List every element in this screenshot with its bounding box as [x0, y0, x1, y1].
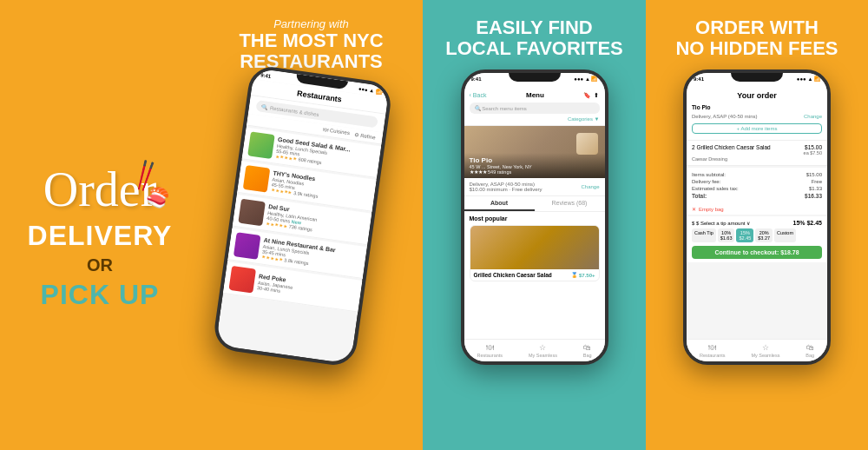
tab-about[interactable]: About — [464, 196, 535, 211]
tax-row: Estimated sales tax: $1.33 — [692, 185, 822, 192]
food-card-caesar-salad[interactable]: Grilled Chicken Caesar Salad 🏅 $7.50+ — [470, 225, 600, 281]
nav-favorites-label: My Seamless — [751, 353, 779, 358]
nav-my-seamless[interactable]: ☆ My Seamless — [529, 343, 557, 358]
food-card-image — [470, 226, 599, 269]
tip-20-button[interactable]: 20% $3.27 — [755, 228, 773, 242]
nav-restaurants-label: Restaurants — [477, 353, 503, 358]
sushi-icon: 🍣 — [146, 187, 169, 209]
food-item-name: Grilled Chicken Caesar Salad — [474, 272, 552, 278]
change-delivery-button[interactable]: Change — [581, 184, 599, 189]
food-item-price: 🏅 $7.50+ — [571, 272, 595, 278]
tip-buttons-row: Cash Tip 10% $1.63 15% $2.45 20% $3.27 — [692, 228, 822, 242]
order-header: Your order Tio Pio Delivery, ASAP (40-50… — [687, 84, 827, 141]
order-item-price: $15.00 — [804, 144, 822, 150]
tax-label: Estimated sales tax: — [692, 186, 739, 191]
order-item-modifier: Caesar Dressing — [692, 156, 822, 162]
phone-screen: 9:41 ●●● ▲ 📶 Restaurants 🔍 Restaurants &… — [215, 69, 389, 365]
menu-nav-bar: ‹ Back Menu 🔖 ⬆ — [470, 91, 600, 99]
delivery-fee-row: Delivery fee: Free — [692, 178, 822, 185]
panel-local-favorites: EASILY FIND LOCAL FAVORITES 9:41 ●●● ▲ 📶… — [423, 0, 646, 450]
pickup-label: PICK UP — [17, 279, 182, 311]
checkout-button[interactable]: Continue to checkout: $18.78 — [692, 246, 822, 259]
refine-filter: ⚙ Refine — [354, 131, 376, 140]
search-placeholder: Restaurants & dishes — [270, 105, 319, 117]
order-delivery-row: Delivery, ASAP (40-50 mins) Change — [692, 112, 822, 121]
menu-title: Menu — [526, 91, 544, 99]
subtotal-value: $15.00 — [806, 172, 822, 177]
status-time-2: 9:41 — [471, 76, 482, 82]
app-order-screen: 9:41 ●●● ▲ 📶 Your order Tio Pio Delivery… — [687, 73, 827, 361]
delivery-info-bar: Delivery, ASAP (40-50 mins) $10.00 minim… — [464, 178, 605, 196]
total-row: Total: $16.33 — [692, 192, 822, 200]
panel3-title-line2: LOCAL FAVORITES — [445, 38, 623, 59]
order-item-price-column: $15.00 ea $7.50 — [804, 144, 822, 156]
restaurant-image-5 — [228, 266, 256, 294]
cuisines-filter: 🍽 Cuisines — [323, 127, 350, 136]
or-label: or — [87, 255, 113, 275]
tax-value: $1.33 — [809, 186, 822, 191]
phone-screen-3: 9:41 ●●● ▲ 📶 Your order Tio Pio Delivery… — [687, 73, 827, 361]
restaurant-thumbnail — [576, 133, 598, 155]
tip-select-label: $ $ Select a tip amount ∨ — [692, 220, 750, 226]
nav-bag-order[interactable]: 🛍 Bag — [806, 343, 814, 358]
restaurant-image-1 — [247, 132, 275, 160]
restaurant-image-2 — [243, 165, 271, 193]
app-menu-screen: 9:41 ●●● ▲ 📶 ‹ Back Menu 🔖 ⬆ — [464, 73, 605, 361]
most-popular-title: Most popular — [470, 215, 600, 222]
chevron-left-icon: ‹ — [470, 92, 471, 98]
panel-no-hidden-fees: ORDER WITH NO HIDDEN FEES 9:41 ●●● ▲ 📶 Y… — [646, 0, 868, 450]
panel3-title-line1: EASILY FIND — [445, 17, 623, 38]
status-time-3: 9:41 — [694, 76, 704, 82]
hero-restaurant-name: Tio Pio — [470, 156, 600, 164]
order-change-button[interactable]: Change — [804, 114, 822, 119]
nav-bag-label: Bag — [583, 353, 592, 358]
tip-15-button[interactable]: 15% $2.45 — [736, 228, 753, 242]
nav-favorites-order[interactable]: ☆ My Seamless — [751, 343, 779, 358]
panel2-header: Partnering with THE MOST NYC RESTAURANTS — [239, 17, 383, 72]
nav-restaurants-order[interactable]: 🍽 Restaurants — [700, 343, 726, 358]
restaurants-nav-icon-2: 🍽 — [708, 343, 716, 352]
tab-reviews[interactable]: Reviews (68) — [535, 196, 605, 211]
hero-restaurant-rating: ★★★★ 549 ratings — [470, 169, 600, 175]
tip-custom-button[interactable]: Custom — [774, 228, 796, 242]
tip-amount-display: 15% $2.45 — [793, 220, 823, 226]
menu-tabs: About Reviews (68) — [464, 196, 605, 212]
nav-bag[interactable]: 🛍 Bag — [583, 343, 592, 358]
phone-mockup-order: 9:41 ●●● ▲ 📶 Your order Tio Pio Delivery… — [683, 69, 831, 365]
status-icons-2: ●●● ▲ 📶 — [574, 76, 597, 82]
tip-select-row: $ $ Select a tip amount ∨ 15% $2.45 — [692, 220, 822, 226]
empty-bag-label[interactable]: Empty bag — [699, 207, 724, 212]
add-more-items-button[interactable]: + Add more items — [692, 123, 822, 134]
subtotal-label: Items subtotal: — [692, 172, 726, 177]
most-popular-section: Most popular Grilled Chicken Caesar Sala… — [464, 212, 605, 288]
nav-restaurants[interactable]: 🍽 Restaurants — [477, 343, 503, 358]
delivery-minimum: $10.00 minimum · Free delivery — [470, 187, 542, 192]
partnering-text: Partnering with — [239, 17, 383, 30]
tip-cash-button[interactable]: Cash Tip — [692, 228, 716, 242]
restaurants-heading: Restaurants — [296, 89, 342, 104]
restaurant-hero-overlay: Tio Pio 45 W ... Street, New York, NY ★★… — [464, 153, 605, 178]
your-order-title: Your order — [692, 91, 822, 100]
panel4-title-line2: NO HIDDEN FEES — [675, 38, 838, 59]
order-delivery-text: Delivery, ASAP (40-50 mins) — [692, 114, 757, 119]
total-label: Total: — [692, 193, 707, 199]
phone-notch-3 — [731, 73, 783, 82]
order-item-quantity: 2 Grilled Chicken Caesar Salad — [692, 144, 771, 156]
panel4-title-line1: ORDER WITH — [675, 17, 838, 38]
bottom-nav: 🍽 Restaurants ☆ My Seamless 🛍 Bag — [464, 339, 605, 361]
restaurant-image-3 — [238, 199, 266, 227]
delivery-label: DELIVERY — [17, 221, 182, 251]
share-icon: ⬆ — [594, 92, 599, 99]
status-icons-3: ●●● ▲ 📶 — [797, 76, 820, 82]
empty-bag-row: ✕ Empty bag — [687, 203, 827, 215]
bag-nav-icon-2: 🛍 — [806, 343, 814, 352]
tip-10-button[interactable]: 10% $1.63 — [718, 228, 735, 242]
categories-label: Categories ▼ — [470, 116, 600, 122]
delivery-info-text: Delivery, ASAP (40-50 mins) $10.00 minim… — [470, 182, 542, 192]
x-icon: ✕ — [692, 206, 696, 212]
order-restaurant-name: Tio Pio — [692, 104, 711, 110]
back-button[interactable]: ‹ Back — [470, 92, 487, 98]
bookmark-icon: 🔖 — [583, 92, 591, 99]
panel3-header: EASILY FIND LOCAL FAVORITES — [445, 17, 623, 59]
phone-mockup-menu: 9:41 ●●● ▲ 📶 ‹ Back Menu 🔖 ⬆ — [461, 69, 608, 365]
